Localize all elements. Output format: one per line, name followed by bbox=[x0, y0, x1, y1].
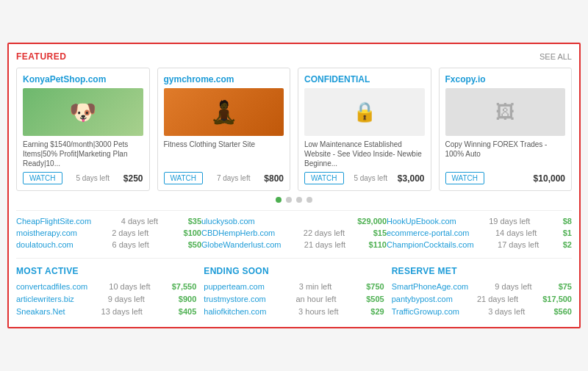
bottom-site[interactable]: Sneakars.Net bbox=[16, 307, 65, 316]
quick-item: doulatouch.com 6 days left $50 bbox=[16, 240, 201, 249]
quick-site[interactable]: ecommerce-portal.com bbox=[387, 228, 469, 237]
quick-price: $15 bbox=[373, 228, 387, 237]
bottom-price: $405 bbox=[179, 307, 196, 316]
section-title: ENDING SOON bbox=[204, 266, 384, 276]
bottom-site[interactable]: pupperteam.com bbox=[204, 282, 265, 291]
card-site-name[interactable]: CONFIDENTIAL bbox=[304, 74, 425, 84]
bottom-days: 9 days left bbox=[471, 282, 555, 291]
watch-button[interactable]: WATCH bbox=[445, 172, 485, 184]
carousel-dot[interactable] bbox=[306, 197, 312, 203]
card-desc: Copy Winning FOREX Trades - 100% Auto bbox=[445, 140, 566, 168]
quick-site[interactable]: CBDHempHerb.com bbox=[201, 228, 275, 237]
card-site-name[interactable]: KonyaPetShop.com bbox=[23, 74, 143, 84]
section-title: RESERVE MET bbox=[392, 266, 572, 276]
quick-days: 4 days left bbox=[94, 217, 185, 226]
quick-days: 17 days left bbox=[477, 240, 560, 249]
quick-site[interactable]: HookUpEbook.com bbox=[387, 217, 456, 226]
quick-item: GlobeWanderlust.com 21 days left $110 bbox=[201, 240, 387, 249]
bottom-site[interactable]: SmartPhoneAge.com bbox=[392, 282, 469, 291]
quick-col: HookUpEbook.com 19 days left $8 ecommerc… bbox=[387, 217, 572, 249]
quick-price: $35 bbox=[188, 217, 201, 226]
quick-days: 21 days left bbox=[284, 240, 365, 249]
quick-price: $8 bbox=[563, 217, 572, 226]
quick-price: $29,000 bbox=[357, 217, 387, 226]
card-desc: Low Maintenance Established Website - Se… bbox=[304, 140, 425, 168]
bottom-days: 3 min left bbox=[268, 282, 363, 291]
bottom-site[interactable]: pantybypost.com bbox=[392, 295, 453, 303]
carousel-dots bbox=[16, 197, 572, 203]
quick-site[interactable]: CheapFlightSite.com bbox=[16, 217, 91, 226]
card-desc: Fitness Clothing Starter Site bbox=[164, 140, 284, 168]
quick-site[interactable]: ChampionCocktails.com bbox=[387, 240, 474, 249]
watch-button[interactable]: WATCH bbox=[23, 172, 62, 184]
bottom-site[interactable]: trustmystore.com bbox=[204, 295, 265, 303]
card-footer: WATCH 5 days left $250 bbox=[23, 172, 143, 184]
featured-card: Fxcopy.io 🖼 Copy Winning FOREX Trades - … bbox=[439, 68, 573, 191]
bottom-days: an hour left bbox=[269, 295, 363, 303]
carousel-dot[interactable] bbox=[286, 197, 292, 203]
bottom-price: $900 bbox=[179, 295, 196, 303]
quick-item: ecommerce-portal.com 14 days left $1 bbox=[387, 228, 572, 237]
carousel-dot[interactable] bbox=[276, 197, 282, 203]
quick-days: 14 days left bbox=[472, 228, 559, 237]
card-image: 🖼 bbox=[445, 88, 566, 136]
bottom-section: ENDING SOON pupperteam.com 3 min left $7… bbox=[204, 266, 391, 320]
quick-col: CheapFlightSite.com 4 days left $35 mois… bbox=[16, 217, 201, 249]
bottom-site[interactable]: TrafficGrowup.com bbox=[392, 307, 459, 316]
quick-price: $110 bbox=[369, 240, 387, 249]
bottom-item: articlewriters.biz 9 days left $900 bbox=[16, 295, 196, 303]
bottom-item: Sneakars.Net 13 days left $405 bbox=[16, 307, 196, 316]
quick-item: CheapFlightSite.com 4 days left $35 bbox=[16, 217, 201, 226]
bottom-item: pupperteam.com 3 min left $750 bbox=[204, 282, 384, 291]
bottom-item: haliofkitchen.com 3 hours left $29 bbox=[204, 307, 384, 316]
watch-button[interactable]: WATCH bbox=[304, 172, 344, 184]
featured-title: FEATURED bbox=[16, 51, 66, 62]
see-all-link[interactable]: SEE ALL bbox=[539, 52, 572, 61]
bottom-price: $75 bbox=[559, 282, 572, 291]
quick-site[interactable]: moistherapy.com bbox=[16, 228, 77, 237]
bottom-item: SmartPhoneAge.com 9 days left $75 bbox=[392, 282, 572, 291]
card-price: $10,000 bbox=[534, 173, 565, 184]
featured-card: KonyaPetShop.com 🐶 Earning $1540/month|3… bbox=[16, 68, 150, 191]
card-site-name[interactable]: Fxcopy.io bbox=[445, 74, 566, 84]
bottom-days: 3 days left bbox=[462, 307, 551, 316]
card-footer: WATCH 7 days left $800 bbox=[164, 172, 284, 184]
quick-site[interactable]: uluckysob.com bbox=[201, 217, 255, 226]
main-container: FEATURED SEE ALL KonyaPetShop.com 🐶 Earn… bbox=[7, 43, 581, 328]
card-site-name[interactable]: gymchrome.com bbox=[164, 74, 284, 84]
bottom-site[interactable]: articlewriters.biz bbox=[16, 295, 74, 303]
quick-days: 19 days left bbox=[459, 217, 560, 226]
bottom-section: MOST ACTIVE convertcadfiles.com 10 days … bbox=[16, 266, 204, 320]
quick-days: 2 days left bbox=[80, 228, 181, 237]
watch-button[interactable]: WATCH bbox=[164, 172, 204, 184]
card-image: 🐶 bbox=[23, 88, 143, 136]
bottom-price: $750 bbox=[366, 282, 384, 291]
bottom-item: convertcadfiles.com 10 days left $7,550 bbox=[16, 282, 196, 291]
featured-card: CONFIDENTIAL 🔒 Low Maintenance Establish… bbox=[298, 68, 431, 191]
bottom-days: 3 hours left bbox=[269, 307, 368, 316]
quick-price: $2 bbox=[563, 240, 572, 249]
quick-price: $100 bbox=[184, 228, 201, 237]
bottom-site[interactable]: convertcadfiles.com bbox=[16, 282, 87, 291]
featured-cards: KonyaPetShop.com 🐶 Earning $1540/month|3… bbox=[16, 68, 572, 191]
bottom-item: pantybypost.com 21 days left $17,500 bbox=[392, 295, 572, 303]
bottom-section: RESERVE MET SmartPhoneAge.com 9 days lef… bbox=[392, 266, 572, 320]
card-footer: WATCH 5 days left $3,000 bbox=[304, 172, 425, 184]
quick-site[interactable]: GlobeWanderlust.com bbox=[201, 240, 281, 249]
bottom-price: $29 bbox=[370, 307, 384, 316]
bottom-days: 9 days left bbox=[77, 295, 176, 303]
carousel-dot[interactable] bbox=[296, 197, 302, 203]
bottom-days: 21 days left bbox=[456, 295, 539, 303]
quick-days: 22 days left bbox=[278, 228, 370, 237]
quick-col: uluckysob.com $29,000 CBDHempHerb.com 22… bbox=[201, 217, 387, 249]
days-left: 5 days left bbox=[76, 174, 110, 182]
quick-site[interactable]: doulatouch.com bbox=[16, 240, 74, 249]
bottom-price: $505 bbox=[366, 295, 384, 303]
featured-header: FEATURED SEE ALL bbox=[16, 51, 572, 62]
card-price: $3,000 bbox=[398, 173, 425, 184]
bottom-days: 10 days left bbox=[90, 282, 168, 291]
card-price: $800 bbox=[264, 173, 284, 184]
bottom-sections: MOST ACTIVE convertcadfiles.com 10 days … bbox=[16, 258, 572, 320]
quick-item: ChampionCocktails.com 17 days left $2 bbox=[387, 240, 572, 249]
bottom-site[interactable]: haliofkitchen.com bbox=[204, 307, 266, 316]
